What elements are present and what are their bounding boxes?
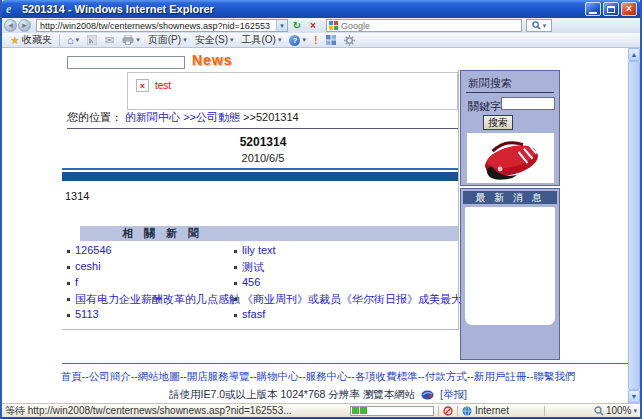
ie-logo-icon: e [6,3,19,16]
search-go-button[interactable]: ▾ [526,19,552,32]
zone-label: Internet [475,405,509,416]
related-news-link[interactable]: ceshi [75,260,101,272]
breadcrumb-link-news-center[interactable]: 的新聞中心 [125,111,180,123]
footer-notice: 請使用IE7.0或以上版本 1024*768 分辨率 瀏覽本網站 [举报] [2,388,634,402]
footer-nav-separator: -- [299,370,306,382]
report-link[interactable]: [举报] [440,388,467,400]
printer-icon [122,35,134,45]
related-news-link[interactable]: 《商业周刊》或裁员《华尔街日报》成美最大 [242,292,462,307]
related-news-link[interactable]: 测试 [242,260,264,275]
related-news-link[interactable]: 国有电力企业薪酬改革的几点感触 [75,292,240,307]
zoom-control[interactable]: 100% ▾ [549,405,637,416]
magnifier-icon [532,21,541,30]
article-date: 2010/6/5 [67,152,459,164]
feeds-button[interactable] [83,33,101,47]
related-news-link[interactable]: sfasf [242,308,265,320]
blocked-indicator-icon [443,406,453,416]
tools-menu-button[interactable]: 工具(O) ▾ [238,33,286,47]
help-icon: ? [289,35,300,46]
page-menu-button[interactable]: 页面(P) ▾ [144,33,191,47]
address-field[interactable]: http://win2008/tw/centernews/shownews.as… [36,19,288,32]
breadcrumb-current: >>5201314 [243,111,299,123]
address-dropdown-button[interactable]: ▾ [276,20,287,31]
red-bag-image [475,135,547,181]
related-news-link[interactable]: f [75,276,78,288]
forward-button[interactable]: ► [18,19,31,32]
search-box[interactable] [326,19,522,32]
chevron-down-icon: ▾ [136,36,140,44]
breadcrumb-link-company-news[interactable]: >>公司動態 [183,111,240,123]
scrollbar-down-button[interactable]: ▼ [628,390,640,403]
print-button[interactable]: ▾ [118,33,144,47]
chevron-down-icon: ▾ [302,36,306,44]
statusbar-separator [438,406,439,416]
breadcrumb: 您的位置： 的新聞中心 >>公司動態 >>5201314 [67,110,299,125]
related-news-item: 456 [234,276,460,292]
progress-cell [360,407,367,414]
mail-button[interactable]: ✉ [101,33,118,47]
related-news-link[interactable]: 126546 [75,244,112,256]
chevron-down-icon: ▾ [633,407,637,415]
related-news-link[interactable]: 5113 [75,308,99,320]
minimize-button[interactable] [585,2,601,16]
news-search-input[interactable] [67,56,185,69]
police-badge-icon [421,390,434,402]
refresh-button[interactable]: ↻ [290,19,304,32]
article-divider-bar [62,172,459,181]
footer-nav-link[interactable]: 服務中心 [306,370,348,382]
zoom-level: 100% [606,405,632,416]
address-bar: ◄ ► http://win2008/tw/centernews/shownew… [2,18,640,33]
search-button[interactable]: 搜索 [483,115,513,130]
address-url[interactable]: http://win2008/tw/centernews/shownews.as… [37,21,276,31]
scrollbar-up-button[interactable]: ▲ [628,48,640,61]
footer-nav-link[interactable]: 首頁 [61,370,82,382]
security-zone[interactable]: Internet [462,405,540,416]
alert-bang-icon: ! [314,34,318,46]
back-icon: ◄ [7,21,15,30]
restore-button[interactable] [603,2,619,16]
vertical-scrollbar[interactable]: ▲ ▼ [628,48,640,403]
search-input[interactable] [341,21,519,31]
tools-menu-label: 工具(O) [242,33,276,47]
close-button[interactable]: × [621,2,637,16]
announcement-text: test [155,80,171,91]
footer-nav-link[interactable]: 購物中心 [257,370,299,382]
sidebar-news-search-panel: 新聞搜索 關鍵字 搜索 [460,70,560,186]
footer-nav-link[interactable]: 各項收費標準 [355,370,418,382]
footer-nav-link[interactable]: 公司簡介 [89,370,131,382]
addon-alert-button[interactable]: ! [310,33,322,47]
stop-button[interactable]: × [306,19,320,32]
related-news-item: ceshi [67,260,232,276]
safety-menu-button[interactable]: 安全(S) ▾ [191,33,238,47]
scrollbar-thumb[interactable] [628,61,640,390]
google-logo-icon [329,21,338,30]
home-button[interactable]: ⌂ ▾ [63,33,83,47]
related-news-list-right: lily text测试456《商业周刊》或裁员《华尔街日报》成美最大sfasf [234,244,460,324]
related-news-item: lily text [234,244,460,260]
favorites-label: 收藏夹 [22,33,52,47]
progress-cell [352,407,359,414]
addon-sites-button[interactable] [322,33,340,47]
footer-nav-separator: -- [82,370,89,382]
bullet-icon [67,250,70,253]
footer-nav-link[interactable]: 網站地圖 [138,370,180,382]
content-right-border [458,70,459,330]
bullet-icon [234,314,237,317]
keyword-input[interactable] [501,97,555,110]
window-title: 5201314 - Windows Internet Explorer [22,3,585,15]
related-news-list-left: 126546ceshif国有电力企业薪酬改革的几点感触5113 [67,244,232,324]
latest-news-box [465,207,555,325]
help-button[interactable]: ? ▾ [285,33,310,47]
footer-nav-link[interactable]: 開店服務導覽 [187,370,250,382]
related-news-link[interactable]: lily text [242,244,276,256]
settings-button[interactable] [340,33,359,47]
back-button[interactable]: ◄ [4,19,17,32]
chevron-down-icon: ▾ [280,22,284,29]
close-icon: × [626,4,632,14]
favorites-button[interactable]: ★ 收藏夹 [6,33,56,47]
related-news-link[interactable]: 456 [242,276,260,288]
footer-nav-link[interactable]: 新用戶註冊 [474,370,527,382]
footer-nav-link[interactable]: 聯繫我們 [533,370,575,382]
bullet-icon [67,314,70,317]
footer-nav-link[interactable]: 付款方式 [425,370,467,382]
